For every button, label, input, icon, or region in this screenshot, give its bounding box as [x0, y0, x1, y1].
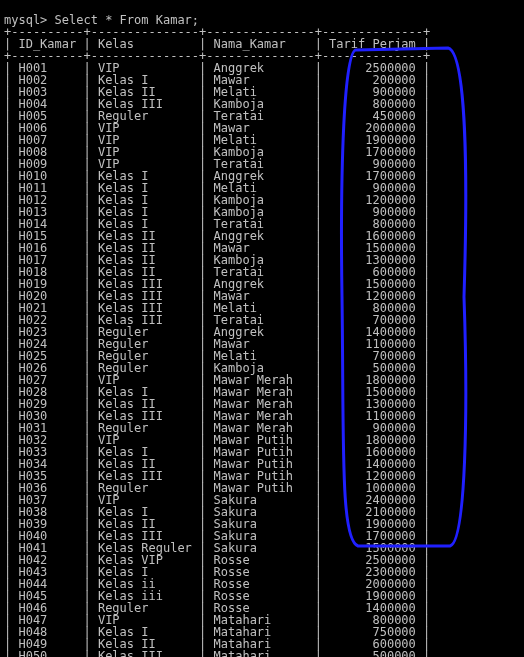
mysql-terminal: mysql> Select * From Kamar; +----------+… — [0, 12, 524, 657]
